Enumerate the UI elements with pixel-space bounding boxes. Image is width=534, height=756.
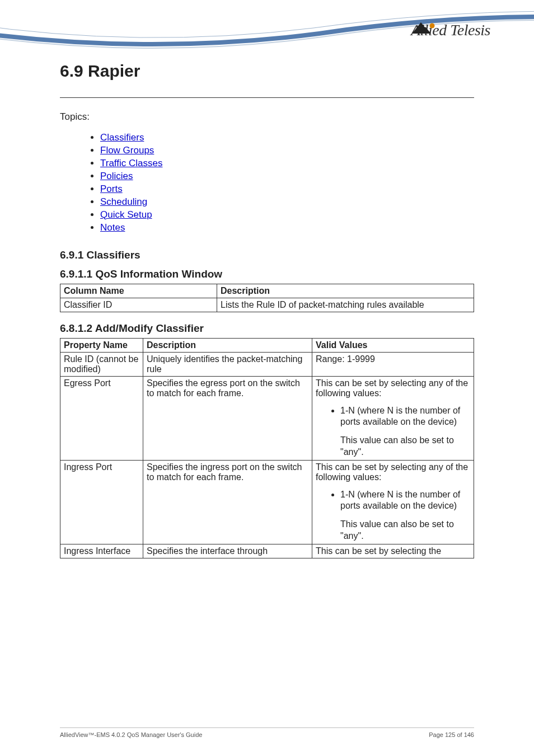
heading-add-modify-classifier: 6.8.1.2 Add/Modify Classifier xyxy=(60,322,474,335)
link-policies[interactable]: Policies xyxy=(100,171,133,181)
page-footer: AlliedView™-EMS 4.0.2 QoS Manager User's… xyxy=(60,727,474,738)
table-cell: This can be set by selecting any of the … xyxy=(312,460,474,544)
table-header: Column Name xyxy=(60,284,217,298)
table-cell: Lists the Rule ID of packet-matching rul… xyxy=(217,298,474,312)
link-ports[interactable]: Ports xyxy=(100,184,123,194)
table-cell: Specifies the ingress port on the switch… xyxy=(143,460,312,544)
link-classifiers[interactable]: Classifiers xyxy=(100,132,144,143)
heading-classifiers: 6.9.1 Classifiers xyxy=(60,249,474,261)
cell-text: Range: 1-9999 xyxy=(316,354,470,364)
table-row: Egress Port Specifies the egress port on… xyxy=(60,376,474,460)
list-item: 1-N (where N is the number of ports avai… xyxy=(340,405,470,429)
footer-left: AlliedView™-EMS 4.0.2 QoS Manager User's… xyxy=(60,731,202,738)
svg-point-0 xyxy=(429,24,434,29)
table-cell: Ingress Port xyxy=(60,460,143,544)
cell-bullet-list: 1-N (where N is the number of ports avai… xyxy=(340,489,470,513)
table-cell: Uniquely identifies the packet-matching … xyxy=(143,352,312,376)
link-quick-setup[interactable]: Quick Setup xyxy=(100,209,152,220)
table-cell: This can be set by selecting the xyxy=(312,544,474,558)
list-item: Scheduling xyxy=(100,196,474,209)
footer-right: Page 125 of 146 xyxy=(429,731,474,738)
table-header: Description xyxy=(143,338,312,352)
list-item: Quick Setup xyxy=(100,209,474,222)
topics-list: Classifiers Flow Groups Traffic Classes … xyxy=(100,132,474,234)
cell-text: This can be set by selecting any of the … xyxy=(316,462,470,482)
qos-info-table: Column Name Description Classifier ID Li… xyxy=(60,284,474,312)
table-cell: Specifies the egress port on the switch … xyxy=(143,376,312,460)
topics-label: Topics: xyxy=(60,111,474,123)
table-header: Description xyxy=(217,284,474,298)
table-cell: Ingress Interface xyxy=(60,544,143,558)
brand-logo: Allied Telesis xyxy=(411,21,490,39)
table-cell: Specifies the interface through xyxy=(143,544,312,558)
cell-text: This value can also be set to "any". xyxy=(340,519,470,542)
header-decorative-band: Allied Telesis xyxy=(0,0,534,59)
cell-text: This can be set by selecting the xyxy=(316,546,470,556)
add-modify-classifier-table: Property Name Description Valid Values R… xyxy=(60,338,474,558)
table-row: Rule ID (cannot be modified) Uniquely id… xyxy=(60,352,474,376)
list-item: Flow Groups xyxy=(100,144,474,157)
link-flow-groups[interactable]: Flow Groups xyxy=(100,145,154,156)
link-notes[interactable]: Notes xyxy=(100,222,125,233)
list-item: Policies xyxy=(100,170,474,183)
link-scheduling[interactable]: Scheduling xyxy=(100,196,147,207)
cell-text: This value can also be set to "any". xyxy=(340,435,470,458)
list-item: Notes xyxy=(100,222,474,234)
allied-telesis-mark-icon xyxy=(411,21,438,38)
table-cell: Range: 1-9999 xyxy=(312,352,474,376)
table-cell: Egress Port xyxy=(60,376,143,460)
cell-bullet-list: 1-N (where N is the number of ports avai… xyxy=(340,405,470,429)
table-row: Classifier ID Lists the Rule ID of packe… xyxy=(60,298,474,312)
page-title: 6.9 Rapier xyxy=(60,62,474,81)
table-row: Ingress Port Specifies the ingress port … xyxy=(60,460,474,544)
list-item: 1-N (where N is the number of ports avai… xyxy=(340,489,470,513)
table-row: Ingress Interface Specifies the interfac… xyxy=(60,544,474,558)
heading-qos-info-window: 6.9.1.1 QoS Information Window xyxy=(60,268,474,280)
list-item: Classifiers xyxy=(100,132,474,144)
table-cell: Rule ID (cannot be modified) xyxy=(60,352,143,376)
list-item: Ports xyxy=(100,183,474,196)
table-cell: Classifier ID xyxy=(60,298,217,312)
link-traffic-classes[interactable]: Traffic Classes xyxy=(100,158,162,168)
table-header: Valid Values xyxy=(312,338,474,352)
table-cell: This can be set by selecting any of the … xyxy=(312,376,474,460)
divider xyxy=(60,97,474,98)
table-header: Property Name xyxy=(60,338,143,352)
cell-text: This can be set by selecting any of the … xyxy=(316,378,470,398)
list-item: Traffic Classes xyxy=(100,157,474,170)
